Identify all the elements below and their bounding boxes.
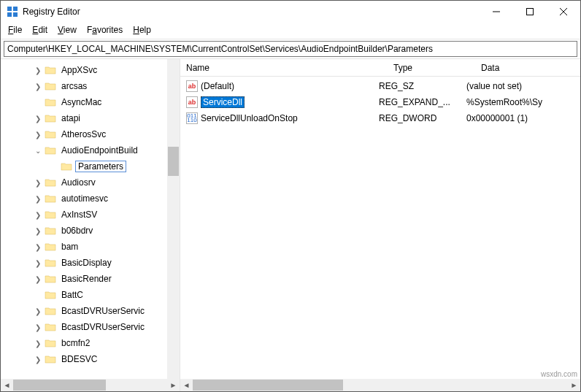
tree-item[interactable]: ❯BDESVC [1, 351, 180, 367]
menu-edit[interactable]: Edit [32, 25, 47, 35]
tree-item-label: AtherosSvc [59, 129, 108, 139]
minimize-button[interactable] [480, 1, 513, 23]
svg-rect-2 [7, 12, 12, 17]
registry-editor-window: Registry Editor File Edit View Favorites… [0, 0, 581, 392]
value-row[interactable]: ab(Default)REG_SZ(value not set) [180, 78, 580, 94]
content-area: ❯AppXSvc❯arcsasAsyncMac❯atapi❯AtherosSvc… [1, 58, 580, 391]
registry-tree[interactable]: ❯AppXSvc❯arcsasAsyncMac❯atapi❯AtherosSvc… [1, 59, 180, 367]
folder-icon [45, 193, 56, 204]
tree-item-label: AppXSvc [59, 65, 99, 75]
tree-item[interactable]: ❯Audiosrv [1, 174, 180, 191]
scroll-right-icon[interactable]: ► [167, 379, 180, 391]
scrollbar-thumb[interactable] [193, 380, 343, 391]
svg-rect-3 [13, 12, 18, 17]
folder-icon [45, 210, 56, 220]
folder-icon [45, 113, 56, 123]
svg-rect-5 [527, 9, 534, 15]
tree-item[interactable]: ❯bcmfn2 [1, 335, 180, 351]
folder-icon [45, 129, 56, 139]
expand-icon[interactable]: ❯ [33, 275, 43, 283]
expand-icon[interactable]: ❯ [33, 131, 43, 139]
expand-icon[interactable]: ❯ [33, 82, 43, 91]
tree-horizontal-scrollbar[interactable]: ◄ ► [1, 379, 180, 391]
window-title: Registry Editor [23, 7, 480, 17]
folder-icon [45, 274, 56, 284]
tree-item-label: BasicDisplay [59, 258, 114, 268]
string-value-icon: ab [186, 96, 198, 108]
tree-item[interactable]: ❯BcastDVRUserServic [1, 319, 180, 335]
value-row[interactable]: 011110ServiceDllUnloadOnStopREG_DWORD0x0… [180, 110, 580, 126]
tree-item-label: arcsas [59, 81, 89, 91]
address-input[interactable] [4, 41, 577, 57]
tree-item[interactable]: ❯BasicRender [1, 271, 180, 287]
value-type: REG_DWORD [379, 113, 466, 123]
expand-icon[interactable]: ❯ [33, 243, 43, 251]
tree-item-label: Parameters [75, 161, 126, 172]
tree-item-label: AxInstSV [59, 210, 99, 220]
tree-item[interactable]: ⌄AudioEndpointBuild [1, 142, 180, 158]
tree-item[interactable]: ❯atapi [1, 110, 180, 126]
folder-icon [45, 145, 56, 155]
tree-item[interactable]: ❯AxInstSV [1, 207, 180, 223]
tree-vertical-scrollbar[interactable] [167, 59, 180, 379]
folder-icon [45, 306, 56, 316]
value-row[interactable]: abServiceDllREG_EXPAND_...%SystemRoot%\S… [180, 94, 580, 110]
binary-value-icon: 011110 [186, 112, 198, 124]
scrollbar-thumb[interactable] [168, 147, 179, 176]
expand-icon[interactable]: ❯ [33, 323, 43, 331]
expand-icon[interactable]: ❯ [33, 356, 43, 364]
tree-item[interactable]: ❯BcastDVRUserServic [1, 303, 180, 319]
maximize-button[interactable] [513, 1, 547, 23]
tree-item[interactable]: ❯b06bdrv [1, 223, 180, 239]
expand-icon[interactable]: ❯ [33, 66, 43, 74]
menu-favorites[interactable]: Favorites [87, 25, 123, 35]
close-button[interactable] [547, 1, 580, 23]
tree-item[interactable]: BattC [1, 287, 180, 303]
expand-icon[interactable]: ❯ [33, 195, 43, 203]
expand-icon[interactable]: ❯ [33, 211, 43, 219]
expand-icon[interactable]: ❯ [33, 115, 43, 123]
list-horizontal-scrollbar[interactable]: ◄ ► [180, 379, 580, 391]
folder-icon [45, 226, 56, 236]
tree-item[interactable]: ❯arcsas [1, 78, 180, 94]
tree-item[interactable]: ❯AtherosSvc [1, 126, 180, 142]
tree-item[interactable]: Parameters [1, 158, 180, 174]
expand-icon[interactable]: ❯ [33, 339, 43, 347]
scrollbar-thumb[interactable] [13, 380, 106, 391]
tree-item-label: bam [59, 242, 80, 252]
expand-icon[interactable]: ❯ [33, 179, 43, 187]
app-icon [7, 6, 18, 18]
titlebar: Registry Editor [1, 1, 580, 23]
tree-item[interactable]: ❯AppXSvc [1, 62, 180, 78]
menu-help[interactable]: Help [133, 25, 151, 35]
value-list[interactable]: ab(Default)REG_SZ(value not set)abServic… [180, 77, 580, 126]
expand-icon[interactable]: ❯ [33, 259, 43, 267]
expand-icon[interactable]: ❯ [33, 227, 43, 235]
tree-item-label: BcastDVRUserServic [59, 322, 147, 332]
scroll-left-icon[interactable]: ◄ [180, 379, 193, 391]
tree-item[interactable]: ❯bam [1, 239, 180, 255]
scroll-left-icon[interactable]: ◄ [1, 379, 13, 391]
tree-item-label: BasicRender [59, 274, 114, 284]
collapse-icon[interactable]: ⌄ [33, 147, 43, 155]
scroll-right-icon[interactable]: ► [568, 379, 580, 391]
column-data[interactable]: Data [481, 63, 580, 73]
column-type[interactable]: Type [393, 63, 481, 73]
tree-item-label: BDESVC [59, 354, 99, 364]
folder-icon [45, 354, 56, 364]
value-name: ServiceDll [201, 96, 245, 108]
menu-view[interactable]: View [58, 25, 77, 35]
watermark: wsxdn.com [541, 370, 577, 378]
tree-item[interactable]: ❯autotimesvc [1, 191, 180, 207]
tree-item-label: b06bdrv [59, 226, 95, 236]
menubar: File Edit View Favorites Help [1, 23, 580, 39]
expand-icon[interactable]: ❯ [33, 307, 43, 315]
tree-item[interactable]: AsyncMac [1, 94, 180, 110]
folder-icon [45, 290, 56, 300]
tree-item-label: Audiosrv [59, 177, 98, 188]
folder-icon [45, 177, 56, 188]
menu-file[interactable]: File [8, 25, 22, 35]
tree-item[interactable]: ❯BasicDisplay [1, 255, 180, 271]
column-name[interactable]: Name [186, 63, 393, 73]
svg-rect-0 [7, 7, 12, 11]
